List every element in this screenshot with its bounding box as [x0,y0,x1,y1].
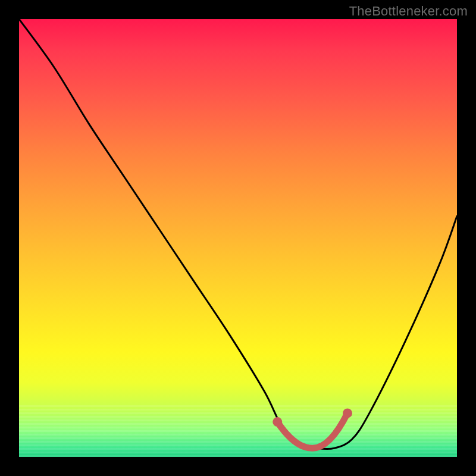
watermark-text: TheBottleneker.com [349,4,468,19]
plot-area [19,19,457,457]
trough-dot-right [343,408,352,418]
chart-frame: TheBottleneker.com [0,0,476,476]
trough-dot-left [273,417,282,427]
curve-trough-marker [277,413,347,448]
bottleneck-curve [19,19,457,457]
curve-line [19,19,457,449]
